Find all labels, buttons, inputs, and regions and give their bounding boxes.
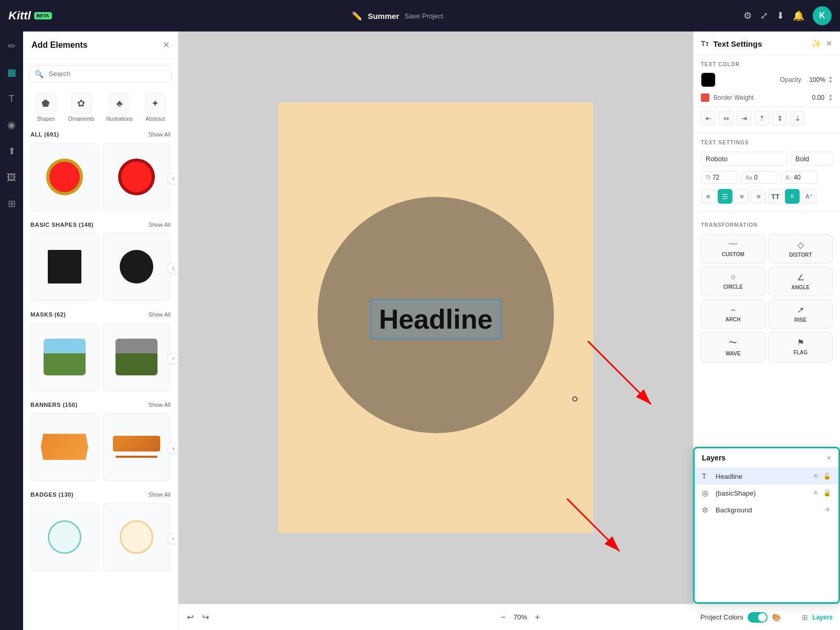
text-color-swatch[interactable] (701, 72, 716, 87)
border-spinner[interactable]: ▲▼ (828, 93, 833, 102)
font-family-select[interactable]: Roboto (701, 152, 788, 166)
layer-basicshape-visibility[interactable]: 👁 (813, 489, 819, 497)
align-text-right-button[interactable]: ≡ (734, 189, 749, 204)
list-item[interactable] (30, 323, 99, 391)
category-ornaments[interactable]: ✿ Ornaments (68, 93, 94, 122)
layer-headline-lock[interactable]: 🔓 (823, 472, 831, 480)
show-all-masks-button[interactable]: Show All (149, 311, 171, 318)
align-right-button[interactable]: ⇥ (737, 111, 751, 125)
category-abstract[interactable]: ✦ Abstract (145, 93, 166, 122)
close-right-panel-button[interactable]: ✕ (826, 39, 833, 48)
layer-headline-visibility[interactable]: 👁 (813, 472, 819, 480)
redo-button[interactable]: ↪ (202, 612, 209, 622)
project-name[interactable]: Summer (368, 12, 399, 20)
show-all-badges-button[interactable]: Show All (149, 491, 171, 498)
basic-grid-next-arrow[interactable]: › (167, 262, 178, 274)
banners-grid-next-arrow[interactable]: › (167, 443, 178, 454)
list-item[interactable] (30, 503, 99, 571)
color-icon[interactable]: ◉ (3, 117, 20, 133)
banner-shape-1 (41, 434, 88, 460)
layer-item-headline[interactable]: T Headline 👁 🔓 (695, 468, 838, 485)
undo-button[interactable]: ↩ (187, 612, 194, 622)
text-icon[interactable]: T (3, 90, 20, 107)
panels-right-icons: ⊞ Layers (802, 613, 833, 622)
headline-text-element[interactable]: Headline (371, 299, 501, 339)
download-icon[interactable]: ⬇ (776, 10, 784, 22)
transform-wave-button[interactable]: 〜 WAVE (701, 332, 765, 362)
category-illustrations[interactable]: ♣ Illustrations (106, 93, 133, 122)
text-format-row: ≡ ☰ ≡ ≡ TT fi A⁺ (694, 186, 840, 207)
align-center-h-button[interactable]: ⇔ (719, 111, 733, 125)
font-weight-select[interactable]: Bold (791, 152, 833, 166)
tracking-field[interactable]: Aа 0 (741, 171, 778, 184)
transform-angle-button[interactable]: ∠ ANGLE (769, 267, 833, 296)
zoom-in-button[interactable]: + (535, 613, 540, 622)
layer-item-basicshape[interactable]: ◎ (basicShape) 👁 🔒 (695, 485, 838, 501)
layers-panel-icon[interactable]: ⊞ (802, 613, 808, 622)
align-text-left-button[interactable]: ≡ (701, 189, 716, 204)
show-all-basic-button[interactable]: Show All (149, 222, 171, 228)
badges-grid-next-arrow[interactable]: › (167, 533, 178, 544)
show-all-banners-button[interactable]: Show All (149, 402, 171, 408)
list-item[interactable] (103, 503, 171, 571)
list-item[interactable] (103, 413, 171, 481)
transform-flag-button[interactable]: ⚑ FLAG (769, 332, 833, 362)
layers-close-button[interactable]: × (827, 454, 831, 462)
layer-background-visibility[interactable]: 👁 (825, 506, 831, 513)
avatar[interactable]: K (813, 6, 832, 25)
layer-basicshape-lock[interactable]: 🔒 (823, 489, 831, 497)
panel-close-button[interactable]: ✕ (163, 40, 170, 50)
panel-collapse-handle[interactable]: ‹ (178, 318, 178, 343)
bottom-navigation: ↩ ↪ (187, 612, 209, 622)
palette-icon[interactable]: 🎨 (772, 613, 781, 622)
text-style-TT-button[interactable]: TT (768, 189, 783, 204)
ligatures-button[interactable]: fi (785, 189, 800, 204)
border-color-swatch[interactable] (701, 93, 709, 102)
list-item[interactable] (103, 233, 171, 301)
line-height-field[interactable]: A↕ 40 (781, 171, 817, 184)
align-text-center-button[interactable]: ☰ (718, 189, 732, 204)
list-item[interactable] (103, 323, 171, 391)
transform-distort-button[interactable]: ◇ DISTORT (769, 234, 833, 264)
grid-icon[interactable]: ⊞ (3, 195, 20, 212)
topbar-right: ⚙ ⤢ ⬇ 🔔 K (743, 6, 832, 25)
elements-icon[interactable]: ▦ (3, 64, 20, 81)
list-item[interactable] (103, 143, 171, 211)
transform-circle-button[interactable]: ○ CIRCLE (701, 267, 765, 296)
glyphs-button[interactable]: A⁺ (802, 189, 816, 204)
masks-grid-next-arrow[interactable]: › (167, 353, 178, 364)
transform-arch-button[interactable]: ⌢ ARCH (701, 299, 765, 329)
search-input[interactable] (29, 65, 172, 82)
bell-icon[interactable]: 🔔 (793, 10, 804, 22)
layer-background-name: Background (716, 506, 821, 514)
settings-icon[interactable]: ⚙ (743, 10, 752, 22)
font-size-field[interactable]: Tt 72 (701, 171, 738, 184)
align-text-justify-button[interactable]: ≡ (751, 189, 766, 204)
layers-bottom-label[interactable]: Layers (812, 614, 833, 621)
share-icon[interactable]: ⤢ (760, 10, 768, 22)
layer-text-icon: T (702, 472, 711, 480)
align-bottom-button[interactable]: ⇣ (790, 111, 805, 125)
project-colors-toggle[interactable] (748, 612, 768, 623)
line-height-label: A↕ (785, 175, 792, 181)
align-center-v-button[interactable]: ⇕ (772, 111, 787, 125)
align-left-button[interactable]: ⇤ (701, 111, 716, 125)
image-icon[interactable]: 🖼 (3, 169, 20, 186)
upload-icon[interactable]: ⬆ (3, 143, 20, 160)
magic-icon[interactable]: ✨ (812, 39, 822, 48)
save-project-button[interactable]: Save Project (404, 12, 443, 20)
list-item[interactable] (30, 233, 99, 301)
list-item[interactable] (30, 143, 99, 211)
transform-custom-button[interactable]: 〰 CUSTOM (701, 234, 765, 264)
grid-next-arrow[interactable]: › (167, 173, 178, 184)
align-top-button[interactable]: ⇡ (754, 111, 769, 125)
transform-rise-button[interactable]: ↗ RISE (769, 299, 833, 329)
layer-item-background[interactable]: ⊘ Background 👁 (695, 501, 838, 518)
edit-icon[interactable]: ✏ (3, 38, 20, 55)
list-item[interactable] (30, 413, 99, 481)
show-all-button[interactable]: Show All (149, 131, 171, 138)
opacity-spinner[interactable]: ▲▼ (828, 76, 833, 84)
zoom-out-button[interactable]: − (501, 613, 506, 622)
category-shapes[interactable]: ⬟ Shapes (35, 93, 56, 122)
canvas-area[interactable]: Headline (178, 32, 693, 604)
